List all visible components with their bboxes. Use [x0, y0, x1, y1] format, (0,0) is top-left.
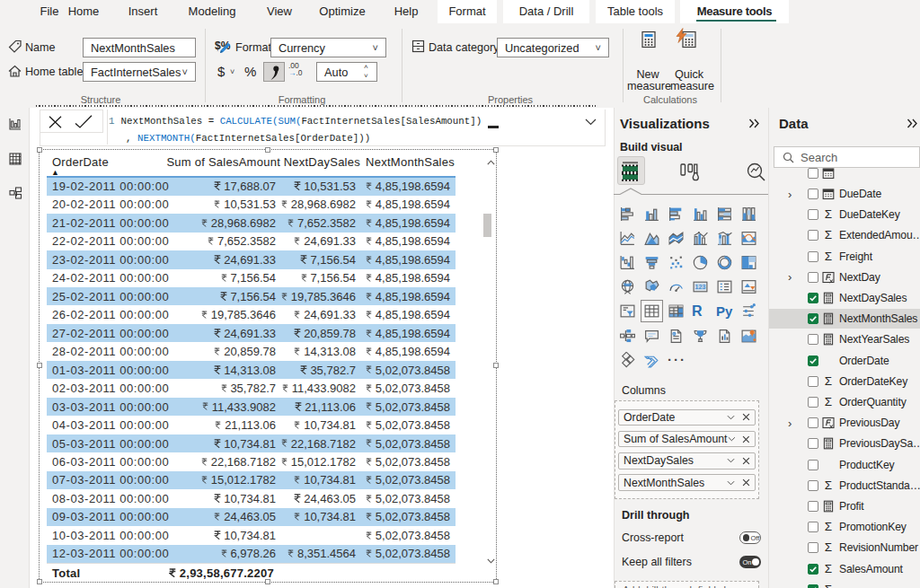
svg-text:123: 123 — [695, 284, 706, 291]
